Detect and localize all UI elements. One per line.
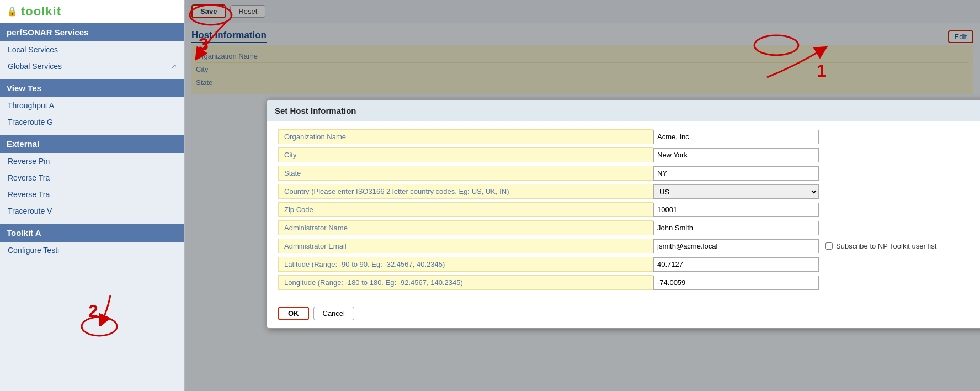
subscribe-label: Subscribe to NP Toolkit user list [836, 242, 936, 250]
set-host-info-dialog: Set Host Information ✕ Organization Name… [267, 99, 980, 329]
sidebar-item-configure[interactable]: Configure Testi [0, 242, 184, 258]
form-row-admin-email: Administrator Email Subscribe to NP Tool… [278, 239, 980, 253]
sidebar-toolkit-header: Toolkit A [0, 224, 184, 242]
admin-name-input[interactable] [653, 221, 819, 235]
dialog-footer: OK Cancel [267, 301, 980, 328]
sidebar-item-traceroute-v[interactable]: Traceroute V [0, 203, 184, 219]
sidebar-item-label: Local Services [8, 45, 58, 54]
form-row-org: Organization Name [278, 129, 980, 144]
form-row-state: State [278, 166, 980, 181]
main-content: Save Reset Host Information Edit Organiz… [185, 0, 980, 391]
sidebar-logo: 🔒 toolkit [0, 0, 184, 23]
external-link-icon: ↗ [171, 62, 177, 70]
form-label-country: Country (Please enter ISO3166 2 letter c… [278, 184, 653, 199]
form-label-latitude: Latitude (Range: -90 to 90. Eg: -32.4567… [278, 257, 653, 272]
sidebar-item-label: Traceroute G [8, 118, 53, 126]
form-label-org: Organization Name [278, 129, 653, 144]
sidebar-item-global-services[interactable]: Global Services ↗ [0, 58, 184, 75]
logo-text: toolkit [21, 4, 61, 19]
sidebar-item-reverse-pin[interactable]: Reverse Pin [0, 153, 184, 170]
form-row-city: City [278, 147, 980, 162]
sidebar-item-reverse-tra-1[interactable]: Reverse Tra [0, 170, 184, 186]
subscribe-checkbox[interactable] [825, 242, 833, 250]
form-label-longitude: Longitude (Range: -180 to 180. Eg: -92.4… [278, 275, 653, 290]
form-row-latitude: Latitude (Range: -90 to 90. Eg: -32.4567… [278, 257, 980, 272]
form-row-country: Country (Please enter ISO3166 2 letter c… [278, 184, 980, 199]
cancel-button[interactable]: Cancel [313, 307, 354, 320]
sidebar-item-reverse-tra-2[interactable]: Reverse Tra [0, 186, 184, 203]
sidebar-item-label: Traceroute V [8, 207, 52, 215]
lock-icon: 🔒 [7, 6, 18, 17]
country-select[interactable]: US UK IN CA [653, 184, 819, 199]
latitude-input[interactable] [653, 257, 819, 272]
sidebar-item-label: Reverse Tra [8, 173, 50, 182]
sidebar-item-label: Configure Testi [8, 246, 59, 255]
form-label-state: State [278, 166, 653, 181]
sidebar-perfsonar-header: perfSONAR Services [0, 23, 184, 41]
sidebar-item-label: Global Services [8, 62, 62, 71]
sidebar: 🔒 toolkit perfSONAR Services Local Servi… [0, 0, 185, 391]
form-label-admin-email: Administrator Email [278, 239, 653, 253]
org-name-input[interactable] [653, 130, 819, 144]
sidebar-item-throughput[interactable]: Throughput A [0, 97, 184, 114]
form-row-zip: Zip Code [278, 202, 980, 217]
sidebar-view-tests-header: View Tes [0, 79, 184, 97]
ok-button[interactable]: OK [278, 307, 309, 320]
sidebar-item-label: Reverse Pin [8, 157, 50, 166]
form-label-zip: Zip Code [278, 202, 653, 217]
longitude-input[interactable] [653, 276, 819, 290]
city-input[interactable] [653, 148, 819, 162]
form-label-city: City [278, 147, 653, 162]
state-input[interactable] [653, 166, 819, 181]
dialog-title: Set Host Information [275, 106, 356, 115]
sidebar-external-header: External [0, 135, 184, 153]
dialog-body: Organization Name City State Country (Pl… [267, 121, 980, 301]
dialog-header: Set Host Information ✕ [267, 100, 980, 121]
admin-email-input[interactable] [653, 239, 819, 253]
form-row-admin-name: Administrator Name [278, 220, 980, 235]
sidebar-item-label: Throughput A [8, 101, 54, 110]
subscribe-wrap: Subscribe to NP Toolkit user list [825, 242, 936, 250]
form-label-admin-name: Administrator Name [278, 220, 653, 235]
zip-input[interactable] [653, 203, 819, 217]
sidebar-item-traceroute[interactable]: Traceroute G [0, 114, 184, 130]
sidebar-item-local-services[interactable]: Local Services [0, 41, 184, 58]
form-row-longitude: Longitude (Range: -180 to 180. Eg: -92.4… [278, 275, 980, 290]
sidebar-item-label: Reverse Tra [8, 190, 50, 199]
